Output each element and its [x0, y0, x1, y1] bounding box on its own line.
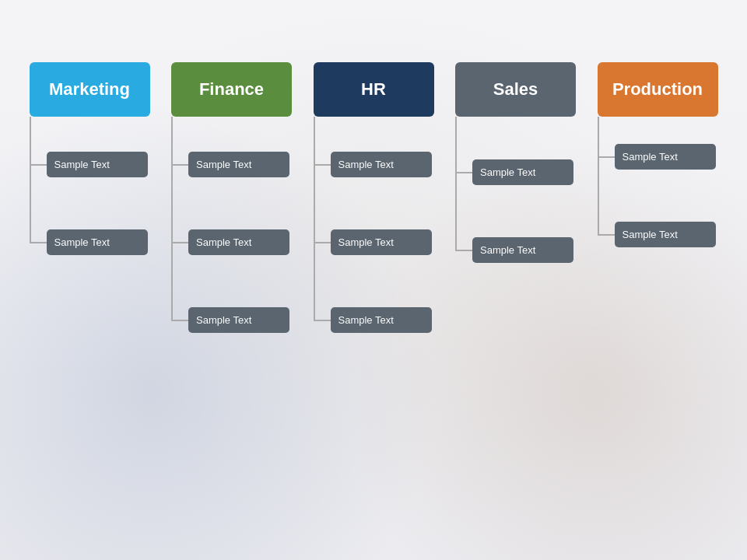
column-production: ProductionSample TextSample Text — [591, 62, 724, 261]
header-hr: HR — [314, 62, 434, 117]
column-finance: FinanceSample TextSample TextSample Text — [166, 62, 298, 346]
list-item: Sample Text — [598, 144, 716, 170]
list-item: Sample Text — [314, 307, 432, 333]
list-item: Sample Text — [314, 229, 432, 255]
list-item: Sample Text — [171, 229, 289, 255]
node-box: Sample Text — [188, 229, 289, 255]
list-item: Sample Text — [598, 222, 716, 247]
list-item: Sample Text — [455, 159, 573, 185]
node-box: Sample Text — [615, 222, 716, 247]
node-box: Sample Text — [47, 229, 148, 255]
node-box: Sample Text — [615, 144, 716, 170]
list-item: Sample Text — [171, 307, 289, 333]
node-box: Sample Text — [472, 159, 573, 185]
header-finance: Finance — [171, 62, 292, 117]
list-item: Sample Text — [30, 152, 148, 177]
node-box: Sample Text — [188, 152, 289, 177]
node-box: Sample Text — [47, 152, 148, 177]
node-box: Sample Text — [188, 307, 289, 333]
list-item: Sample Text — [455, 237, 573, 263]
column-sales: SalesSample TextSample Text — [450, 62, 582, 276]
node-box: Sample Text — [331, 152, 432, 177]
node-box: Sample Text — [331, 307, 432, 333]
list-item: Sample Text — [30, 229, 148, 255]
list-item: Sample Text — [314, 152, 432, 177]
header-marketing: Marketing — [30, 62, 150, 117]
column-hr: HRSample TextSample TextSample Text — [307, 62, 440, 346]
node-box: Sample Text — [472, 237, 573, 263]
list-item: Sample Text — [171, 152, 289, 177]
column-marketing: MarketingSample TextSample Text — [23, 62, 156, 268]
header-sales: Sales — [455, 62, 576, 117]
node-box: Sample Text — [331, 229, 432, 255]
header-production: Production — [598, 62, 718, 117]
org-chart: MarketingSample TextSample TextFinanceSa… — [16, 62, 731, 346]
